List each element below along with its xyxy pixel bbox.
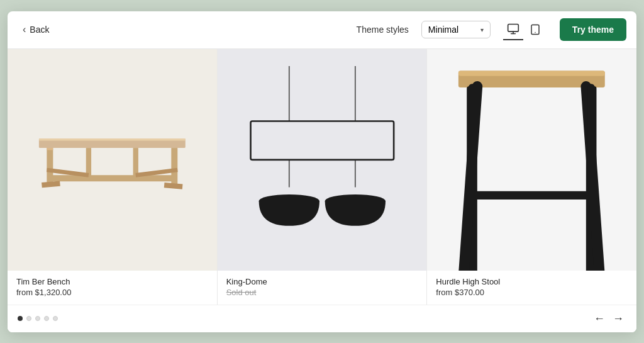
product-image-lamp xyxy=(218,49,427,271)
svg-rect-10 xyxy=(171,148,177,184)
style-select-dropdown[interactable]: Minimal ▾ xyxy=(421,21,491,38)
product-card-lamp: King-Dome Sold out xyxy=(217,49,427,305)
product-info-bench: Tim Ber Bench from $1,320.00 xyxy=(8,271,217,305)
next-arrow-button[interactable]: → xyxy=(610,311,626,327)
svg-rect-25 xyxy=(458,70,605,76)
product-soldout-lamp: Sold out xyxy=(226,288,418,297)
stool-illustration xyxy=(427,49,636,271)
svg-line-15 xyxy=(47,170,89,175)
bench-illustration xyxy=(8,70,217,249)
carousel-dots xyxy=(18,316,58,321)
dot-3[interactable] xyxy=(35,316,40,321)
preview-area: Tim Ber Bench from $1,320.00 xyxy=(8,49,636,332)
view-icons-group xyxy=(503,19,545,40)
svg-rect-13 xyxy=(86,148,91,177)
svg-rect-19 xyxy=(250,121,394,159)
preview-window: ‹ Back Theme styles Minimal ▾ xyxy=(8,11,636,332)
back-chevron-icon: ‹ xyxy=(23,24,26,35)
svg-rect-9 xyxy=(47,148,53,150)
dot-2[interactable] xyxy=(26,316,31,321)
desktop-view-button[interactable] xyxy=(503,19,523,40)
product-info-lamp: King-Dome Sold out xyxy=(218,271,427,305)
back-button[interactable]: ‹ Back xyxy=(18,21,54,38)
product-image-bench xyxy=(8,49,217,271)
svg-rect-14 xyxy=(133,148,138,177)
svg-rect-11 xyxy=(42,181,60,188)
product-name-stool: Hurdle High Stool xyxy=(436,277,628,286)
back-label: Back xyxy=(30,25,49,35)
product-card-bench: Tim Ber Bench from $1,320.00 xyxy=(8,49,217,305)
bottom-bar: ← → xyxy=(8,305,636,332)
toolbar: ‹ Back Theme styles Minimal ▾ xyxy=(8,11,636,49)
svg-rect-0 xyxy=(508,25,519,32)
theme-styles-label: Theme styles xyxy=(357,25,409,35)
product-price-stool: from $370.00 xyxy=(436,288,628,297)
svg-rect-6 xyxy=(39,138,186,140)
product-name-bench: Tim Ber Bench xyxy=(16,277,208,286)
lamp-illustration xyxy=(218,66,427,254)
tablet-view-button[interactable] xyxy=(526,20,545,40)
chevron-down-icon: ▾ xyxy=(480,26,484,33)
svg-rect-30 xyxy=(467,191,597,199)
navigation-arrows: ← → xyxy=(591,311,626,327)
tablet-icon xyxy=(530,23,541,36)
svg-rect-12 xyxy=(164,183,183,189)
product-name-lamp: King-Dome xyxy=(226,277,418,286)
svg-rect-7 xyxy=(50,175,175,181)
dot-4[interactable] xyxy=(44,316,49,321)
product-price-bench: from $1,320.00 xyxy=(16,288,208,297)
product-info-stool: Hurdle High Stool from $370.00 xyxy=(427,271,636,305)
product-grid: Tim Ber Bench from $1,320.00 xyxy=(8,49,636,305)
product-image-stool xyxy=(427,49,636,271)
selected-style-label: Minimal xyxy=(428,25,458,35)
dot-5[interactable] xyxy=(53,316,58,321)
svg-rect-8 xyxy=(47,148,53,184)
dot-1[interactable] xyxy=(18,316,23,321)
product-card-stool: Hurdle High Stool from $370.00 xyxy=(426,49,636,305)
prev-arrow-button[interactable]: ← xyxy=(591,311,608,327)
monitor-icon xyxy=(507,23,519,35)
try-theme-button[interactable]: Try theme xyxy=(560,18,626,41)
